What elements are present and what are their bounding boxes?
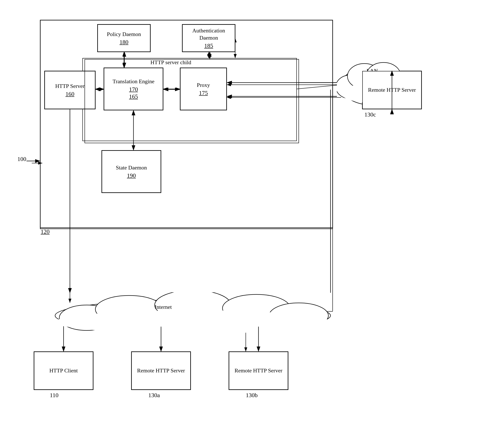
translation-engine-ref: 170 <box>129 86 138 93</box>
auth-daemon-label: AuthenticationDaemon <box>192 27 225 41</box>
remote-http-server-b-box: Remote HTTP Server <box>229 352 288 390</box>
state-daemon-box: State Daemon 190 <box>102 150 161 193</box>
system-ref: 120 <box>41 228 49 235</box>
http-server-ref: 160 <box>65 91 74 98</box>
translation-engine-ref2: 165 <box>129 93 138 100</box>
remote-130a-label: 130a <box>148 392 160 399</box>
state-daemon-label: State Daemon <box>116 164 147 171</box>
policy-daemon-ref: 180 <box>120 39 128 46</box>
auth-daemon-box: AuthenticationDaemon 185 <box>182 24 235 52</box>
http-client-label: HTTP Client <box>49 367 78 374</box>
translation-engine-box: Translation Engine 170 165 <box>104 68 163 110</box>
diagram: Policy Daemon 180 AuthenticationDaemon 1… <box>13 8 479 440</box>
http-client-box: HTTP Client <box>34 352 93 390</box>
system-100-label: 100 <box>17 156 26 163</box>
remote-http-a-label: Remote HTTP Server <box>137 367 185 374</box>
http-client-ref: 110 <box>50 392 58 399</box>
remote-130c-label: 130c <box>364 111 376 118</box>
remote-http-b-label: Remote HTTP Server <box>235 367 282 374</box>
policy-daemon-label: Policy Daemon <box>107 31 141 38</box>
remote-http-server-c-box: Remote HTTP Server <box>362 71 422 109</box>
http-server-label: HTTP Server <box>55 83 85 90</box>
proxy-ref: 175 <box>199 90 208 96</box>
internet-label: Internet <box>155 304 172 310</box>
internet-cloud <box>44 292 341 335</box>
svg-point-39 <box>55 310 331 334</box>
svg-line-23 <box>297 85 341 89</box>
remote-http-c-label: Remote HTTP Server <box>368 86 416 94</box>
policy-daemon-box: Policy Daemon 180 <box>98 24 150 52</box>
system-label: 120 <box>41 228 49 235</box>
system-100-ref: 100 <box>17 156 26 162</box>
proxy-box: Proxy 175 <box>180 68 227 110</box>
remote-130b-label: 130b <box>246 392 258 399</box>
http-server-box: HTTP Server 160 <box>44 71 95 109</box>
state-daemon-ref: 190 <box>127 172 136 179</box>
remote-http-server-a-box: Remote HTTP Server <box>131 352 191 390</box>
auth-daemon-ref: 185 <box>204 42 213 49</box>
translation-engine-label: Translation Engine <box>113 78 155 85</box>
proxy-label: Proxy <box>197 81 210 89</box>
http-server-child-label: HTTP server child <box>150 59 191 66</box>
